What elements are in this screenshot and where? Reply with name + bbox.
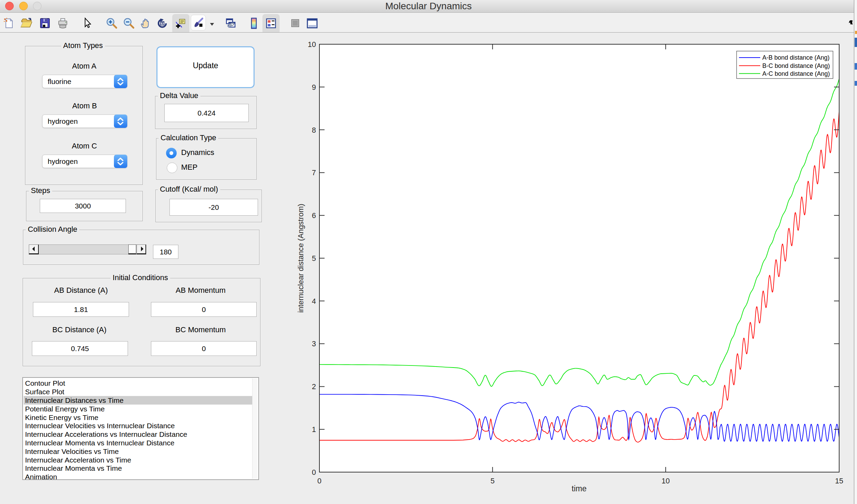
svg-text:15: 15 bbox=[835, 477, 843, 485]
svg-text:5: 5 bbox=[491, 477, 495, 485]
svg-text:3: 3 bbox=[312, 340, 316, 348]
svg-text:5: 5 bbox=[312, 254, 316, 263]
svg-text:10: 10 bbox=[661, 477, 670, 485]
svg-text:7: 7 bbox=[312, 169, 316, 177]
svg-text:8: 8 bbox=[312, 126, 316, 134]
svg-text:9: 9 bbox=[312, 83, 316, 92]
svg-text:10: 10 bbox=[308, 40, 316, 49]
svg-text:0: 0 bbox=[312, 468, 316, 477]
svg-text:time: time bbox=[572, 484, 586, 493]
svg-text:2: 2 bbox=[312, 383, 316, 391]
svg-text:1: 1 bbox=[312, 425, 316, 434]
svg-text:internuclear distance (Angstro: internuclear distance (Angstrom) bbox=[296, 204, 305, 313]
svg-text:6: 6 bbox=[312, 212, 316, 220]
svg-text:A-B bond distance (Ang): A-B bond distance (Ang) bbox=[762, 54, 830, 61]
svg-text:0: 0 bbox=[317, 477, 321, 485]
svg-text:B-C bond distance (Ang): B-C bond distance (Ang) bbox=[762, 62, 830, 69]
svg-text:4: 4 bbox=[312, 297, 316, 305]
svg-text:A-C bond distance (Ang): A-C bond distance (Ang) bbox=[762, 70, 830, 77]
